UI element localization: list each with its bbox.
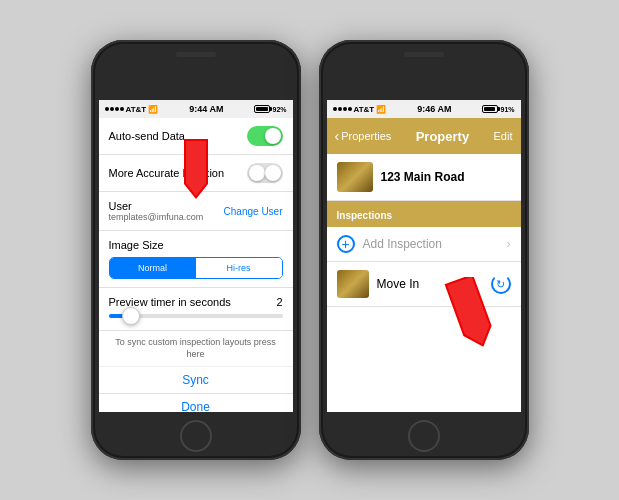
red-arrow-2 [436, 277, 506, 357]
inspection-thumbnail [337, 270, 369, 298]
status-bar-2: AT&T 📶 9:46 AM 91% [327, 100, 521, 118]
image-size-section: Image Size Normal Hi-res [99, 231, 293, 288]
status-bar-1: AT&T 📶 9:44 AM 92% [99, 100, 293, 118]
nav-title: Property [395, 129, 489, 144]
wifi-icon: 📶 [148, 105, 158, 114]
property-nav-bar: ‹ Properties Property Edit [327, 118, 521, 154]
phone-2: AT&T 📶 9:46 AM 91% ‹ Propert [319, 40, 529, 460]
screen-1: AT&T 📶 9:44 AM 92% Auto-send [99, 100, 293, 412]
back-arrow-icon: ‹ [335, 128, 340, 144]
done-button[interactable]: Done [99, 394, 293, 412]
property-name: 123 Main Road [381, 170, 465, 184]
back-button[interactable]: ‹ Properties [335, 128, 392, 144]
signal-icon-2 [333, 107, 352, 111]
battery-icon-2 [482, 105, 498, 113]
preview-label: Preview timer in seconds [109, 296, 231, 308]
add-inspection-row[interactable]: + Add Inspection › [327, 227, 521, 262]
sync-text: To sync custom inspection layouts press … [109, 337, 283, 360]
image-size-label: Image Size [109, 239, 283, 251]
more-accurate-row: More Accurate Location [99, 155, 293, 192]
add-icon: + [337, 235, 355, 253]
battery-icon [254, 105, 270, 113]
more-accurate-label: More Accurate Location [109, 167, 225, 179]
image-size-control[interactable]: Normal Hi-res [109, 257, 283, 279]
time-display: 9:44 AM [189, 104, 223, 114]
carrier-label: AT&T [126, 105, 147, 114]
time-display-2: 9:46 AM [417, 104, 451, 114]
wifi-icon-2: 📶 [376, 105, 386, 114]
screen-2: AT&T 📶 9:46 AM 91% ‹ Propert [327, 100, 521, 412]
image-hires-button[interactable]: Hi-res [196, 258, 282, 278]
battery-label-2: 91% [500, 106, 514, 113]
add-inspection-label: Add Inspection [363, 237, 499, 251]
auto-send-toggle[interactable] [247, 126, 283, 146]
image-normal-button[interactable]: Normal [110, 258, 196, 278]
back-label: Properties [341, 130, 391, 142]
user-row: User templates@imfuna.com Change User [99, 192, 293, 231]
carrier-label-2: AT&T [354, 105, 375, 114]
property-header: 123 Main Road [327, 154, 521, 201]
location-toggle[interactable] [247, 163, 283, 183]
chevron-right-icon: › [507, 237, 511, 251]
battery-label: 92% [272, 106, 286, 113]
auto-send-label: Auto-send Data [109, 130, 185, 142]
inspections-label: Inspections [337, 210, 393, 221]
sync-button[interactable]: Sync [99, 367, 293, 394]
inspections-section-header: Inspections [327, 201, 521, 227]
user-email: templates@imfuna.com [109, 212, 204, 222]
auto-send-row: Auto-send Data [99, 118, 293, 155]
settings-content: Auto-send Data More Accurate Location Us… [99, 118, 293, 412]
sync-description: To sync custom inspection layouts press … [99, 331, 293, 366]
phone-1: AT&T 📶 9:44 AM 92% Auto-send [91, 40, 301, 460]
preview-section: Preview timer in seconds 2 [99, 288, 293, 331]
preview-value: 2 [276, 296, 282, 308]
preview-slider[interactable] [109, 314, 283, 318]
change-user-button[interactable]: Change User [224, 206, 283, 217]
property-thumbnail [337, 162, 373, 192]
edit-button[interactable]: Edit [494, 130, 513, 142]
signal-icon [105, 107, 124, 111]
user-label: User [109, 200, 204, 212]
